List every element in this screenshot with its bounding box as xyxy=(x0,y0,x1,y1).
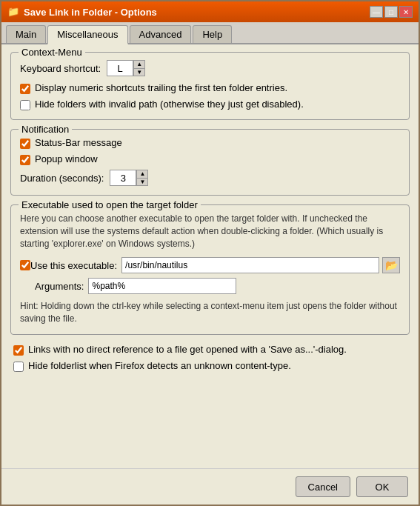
keyboard-shortcut-arrows: ▲ ▼ xyxy=(133,60,145,76)
keyboard-shortcut-up[interactable]: ▲ xyxy=(133,60,145,68)
context-menu-group-label: Context-Menu xyxy=(19,47,85,58)
duration-spinner: ▲ ▼ xyxy=(110,170,148,186)
hide-folderlist-label: Hide folderlist when Firefox detects an … xyxy=(28,360,291,371)
tab-bar: Main Miscellaneous Advanced Help xyxy=(1,22,419,44)
status-bar-row: Status-Bar message xyxy=(20,137,400,149)
duration-input[interactable] xyxy=(110,170,136,186)
hide-folderlist-checkbox[interactable] xyxy=(13,362,24,372)
tab-main[interactable]: Main xyxy=(6,25,46,43)
maximize-button[interactable]: □ xyxy=(384,6,398,18)
save-as-dialog-label: Links with no direct reference to a file… xyxy=(28,344,347,355)
browse-folder-button[interactable]: 📂 xyxy=(382,257,400,273)
duration-down[interactable]: ▼ xyxy=(136,178,148,186)
hint-text: Hint: Holding down the ctrl-key while se… xyxy=(20,300,400,325)
status-bar-label: Status-Bar message xyxy=(35,137,122,148)
window-icon: 📁 xyxy=(7,6,19,18)
duration-row: Duration (seconds): ▲ ▼ xyxy=(20,170,400,186)
minimize-button[interactable]: — xyxy=(370,6,383,18)
keyboard-shortcut-spinner: ▲ ▼ xyxy=(107,60,145,76)
keyboard-shortcut-down[interactable]: ▼ xyxy=(133,68,145,76)
duration-up[interactable]: ▲ xyxy=(136,170,148,178)
save-as-dialog-row: Links with no direct reference to a file… xyxy=(13,344,407,356)
main-window: 📁 Save Link in Folder - Options — □ ✕ Ma… xyxy=(0,0,420,506)
display-numeric-label: Display numeric shortcuts trailing the f… xyxy=(35,82,287,93)
duration-arrows: ▲ ▼ xyxy=(136,170,148,186)
titlebar-left: 📁 Save Link in Folder - Options xyxy=(7,6,157,18)
tab-content: Context-Menu Keyboard shortcut: ▲ ▼ Disp… xyxy=(1,44,419,468)
status-bar-checkbox[interactable] xyxy=(20,139,30,149)
save-as-dialog-checkbox[interactable] xyxy=(13,345,24,356)
hide-folders-row: Hide folders with invalid path (otherwis… xyxy=(20,99,400,110)
hide-folderlist-row: Hide folderlist when Firefox detects an … xyxy=(13,360,407,372)
titlebar: 📁 Save Link in Folder - Options — □ ✕ xyxy=(1,1,419,22)
notification-group-label: Notification xyxy=(19,124,72,135)
hide-folders-label: Hide folders with invalid path (otherwis… xyxy=(35,99,304,110)
hide-folders-checkbox[interactable] xyxy=(20,100,30,110)
keyboard-shortcut-row: Keyboard shortcut: ▲ ▼ xyxy=(20,60,400,76)
bottom-checks: Links with no direct reference to a file… xyxy=(10,344,410,372)
cancel-button[interactable]: Cancel xyxy=(296,476,350,497)
tab-help[interactable]: Help xyxy=(193,25,232,43)
popup-checkbox[interactable] xyxy=(20,155,30,165)
titlebar-buttons: — □ ✕ xyxy=(370,6,413,18)
keyboard-shortcut-input[interactable] xyxy=(107,60,133,76)
tab-advanced[interactable]: Advanced xyxy=(130,25,192,43)
display-numeric-checkbox[interactable] xyxy=(20,84,30,94)
notification-group: Notification Status-Bar message Popup wi… xyxy=(10,129,410,196)
executable-group-label: Executable used to open the target folde… xyxy=(19,199,201,210)
display-numeric-row: Display numeric shortcuts trailing the f… xyxy=(20,82,400,94)
use-exec-checkbox[interactable] xyxy=(20,260,30,270)
keyboard-shortcut-label: Keyboard shortcut: xyxy=(20,63,101,74)
args-input[interactable] xyxy=(88,278,236,294)
tab-miscellaneous[interactable]: Miscellaneous xyxy=(47,25,127,44)
executable-description: Here you can choose another executable t… xyxy=(20,213,400,250)
args-label: Arguments: xyxy=(35,281,84,292)
ok-button[interactable]: OK xyxy=(356,476,408,497)
window-title: Save Link in Folder - Options xyxy=(24,7,157,18)
use-exec-label: Use this executable: xyxy=(30,260,117,271)
args-section: Arguments: xyxy=(35,278,400,294)
context-menu-group: Context-Menu Keyboard shortcut: ▲ ▼ Disp… xyxy=(10,52,410,120)
close-button[interactable]: ✕ xyxy=(399,6,413,18)
footer: Cancel OK xyxy=(1,468,419,505)
popup-label: Popup window xyxy=(35,153,98,164)
use-exec-row: Use this executable: 📂 xyxy=(20,257,400,273)
duration-label: Duration (seconds): xyxy=(20,173,104,184)
executable-group: Executable used to open the target folde… xyxy=(10,204,410,335)
exec-path-input[interactable] xyxy=(121,257,379,273)
popup-row: Popup window xyxy=(20,153,400,165)
